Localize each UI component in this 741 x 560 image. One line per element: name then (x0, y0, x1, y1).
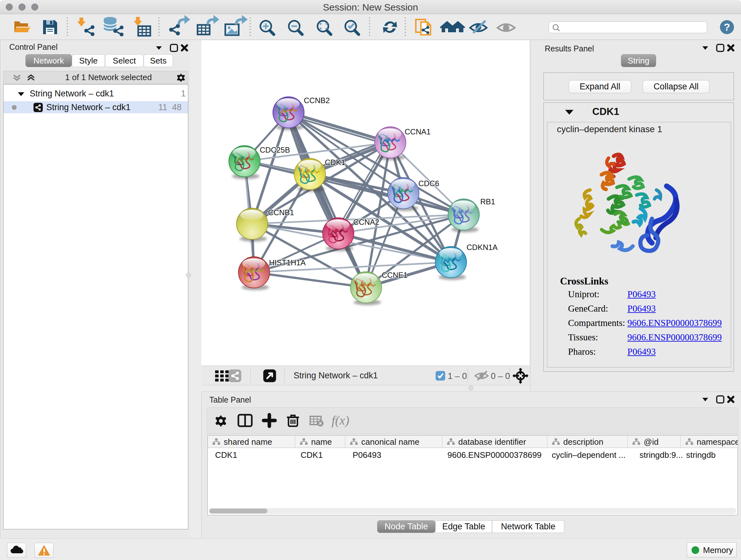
svg-text:CCNA2: CCNA2 (353, 218, 379, 226)
svg-text:0 – 0: 0 – 0 (491, 371, 510, 381)
svg-text:CCNE1: CCNE1 (382, 271, 408, 279)
svg-text:?: ? (724, 21, 730, 33)
svg-text:1 – 0: 1 – 0 (448, 371, 467, 381)
svg-text:CDC25B: CDC25B (260, 145, 290, 154)
svg-text:CCNA1: CCNA1 (405, 127, 430, 136)
svg-text:f(x): f(x) (332, 413, 349, 428)
svg-text:CDKN1A: CDKN1A (467, 243, 497, 252)
svg-text:CCNB2: CCNB2 (304, 96, 330, 105)
svg-text:CDK1: CDK1 (325, 158, 345, 167)
svg-text:RB1: RB1 (480, 197, 495, 206)
svg-text:HIST1H1A: HIST1H1A (269, 258, 306, 267)
svg-text:CCNB1: CCNB1 (268, 208, 294, 217)
svg-text:CDC6: CDC6 (418, 179, 439, 188)
